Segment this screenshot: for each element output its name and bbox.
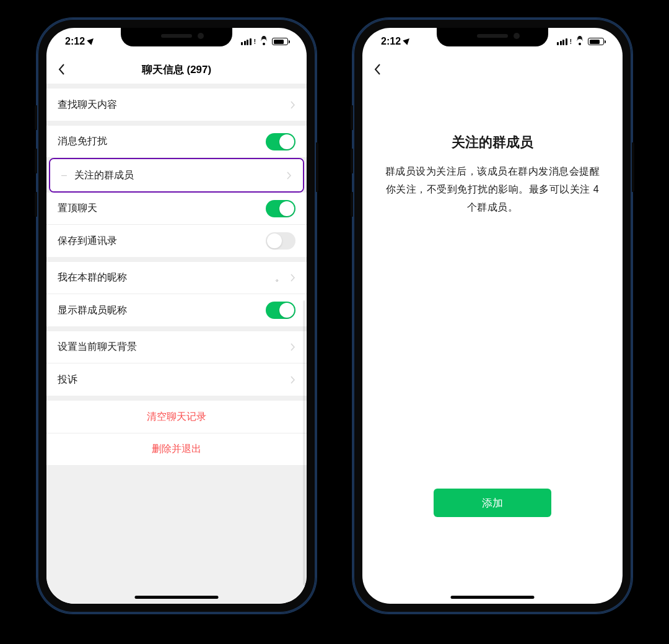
notch [121,28,232,46]
page-title: 聊天信息 (297) [46,63,307,77]
highlighted-row: – 关注的群成员 [49,158,304,193]
signal-icon [241,38,251,45]
row-label: 设置当前聊天背景 [58,341,291,354]
location-icon [87,37,95,45]
screen-chat-info: 2:12 ! 聊天信息 (297) 查找聊天内容 [46,28,307,604]
row-chat-background[interactable]: 设置当前聊天背景 [46,331,307,363]
screen-watched-members: 2:12 ! 关注的群成员 群成员设为关注后，该成员在群内发消息会提醒你关注，不… [362,28,623,604]
phone-right: 2:12 ! 关注的群成员 群成员设为关注后，该成员在群内发消息会提醒你关注，不… [353,19,632,613]
row-label: 显示群成员昵称 [58,304,266,317]
toggle-pin[interactable] [266,200,295,217]
chevron-right-icon [291,274,295,282]
indent-marker-icon: – [61,170,67,181]
row-label: 置顶聊天 [58,202,266,215]
row-show-nicknames[interactable]: 显示群成员昵称 [46,294,307,326]
row-clear-history[interactable]: 清空聊天记录 [46,401,307,433]
nav-bar: 聊天信息 (297) [46,55,307,84]
row-save-contacts[interactable]: 保存到通讯录 [46,225,307,257]
danger-label: 删除并退出 [152,443,201,456]
row-watched-members[interactable]: – 关注的群成员 [50,159,303,191]
toggle-save-contacts[interactable] [266,232,295,250]
row-report[interactable]: 投诉 [46,363,307,396]
row-label: 投诉 [58,373,291,386]
chevron-left-icon [374,63,381,76]
status-time: 2:12 [381,36,401,47]
notch [437,28,548,46]
info-description: 群成员设为关注后，该成员在群内发消息会提醒你关注，不受到免打扰的影响。最多可以关… [381,163,604,216]
toggle-show-nicknames[interactable] [266,302,295,319]
row-value: 。 [275,272,284,284]
nav-bar [362,55,623,84]
chevron-right-icon [291,343,295,351]
row-label: 保存到通讯录 [58,235,266,248]
info-title: 关注的群成员 [381,133,604,152]
scrollbar[interactable] [303,300,305,585]
info-content: 关注的群成员 群成员设为关注后，该成员在群内发消息会提醒你关注，不受到免打扰的影… [362,84,623,216]
battery-icon [588,38,604,45]
row-label: 查找聊天内容 [58,98,291,111]
phone-left: 2:12 ! 聊天信息 (297) 查找聊天内容 [37,19,316,613]
home-indicator[interactable] [135,596,219,599]
battery-icon [272,38,288,45]
wifi-icon [259,38,269,45]
row-search-chat[interactable]: 查找聊天内容 [46,89,307,121]
row-label: 消息免打扰 [58,135,266,148]
signal-icon [557,38,567,45]
chevron-right-icon [287,172,292,180]
add-button-label: 添加 [482,496,503,510]
signal-alert-icon: ! [570,38,572,45]
row-my-nickname[interactable]: 我在本群的昵称 。 [46,262,307,294]
chevron-right-icon [291,101,295,109]
row-label: 我在本群的昵称 [58,271,275,284]
wifi-icon [575,38,585,45]
toggle-mute[interactable] [266,133,295,150]
row-mute[interactable]: 消息免打扰 [46,126,307,158]
back-button[interactable] [370,62,385,77]
signal-alert-icon: ! [254,38,256,45]
chevron-right-icon [291,376,295,384]
danger-label: 清空聊天记录 [147,411,206,424]
location-icon [403,37,411,45]
settings-list[interactable]: 查找聊天内容 消息免打扰 – 关注的群成员 置顶 [46,84,307,604]
status-time: 2:12 [65,36,85,47]
home-indicator[interactable] [451,596,535,599]
back-button[interactable] [54,62,69,77]
add-button[interactable]: 添加 [434,489,551,517]
chevron-left-icon [58,63,65,76]
row-label: 关注的群成员 [74,169,287,182]
row-delete-leave[interactable]: 删除并退出 [46,433,307,465]
row-pin[interactable]: 置顶聊天 [46,193,307,225]
